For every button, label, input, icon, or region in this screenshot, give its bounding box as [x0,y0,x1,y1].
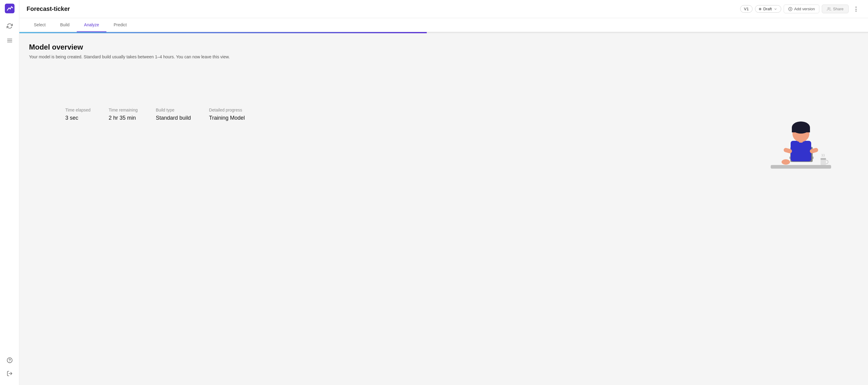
time-elapsed-value: 3 sec [65,115,91,121]
tab-build[interactable]: Build [53,18,77,32]
svg-rect-20 [792,128,810,132]
exit-icon[interactable] [5,369,14,378]
model-overview-title: Model overview [29,43,858,52]
stat-build-type: Build type Standard build [156,107,191,121]
time-elapsed-label: Time elapsed [65,107,91,113]
tab-predict[interactable]: Predict [106,18,134,32]
share-button[interactable]: Share [822,4,849,13]
svg-point-10 [828,7,829,9]
help-icon[interactable] [5,356,14,364]
detailed-progress-value: Training Model [209,115,245,121]
stats-row: Time elapsed 3 sec Time remaining 2 hr 3… [29,107,858,121]
tab-analyze[interactable]: Analyze [77,18,106,32]
model-overview-subtitle: Your model is being created. Standard bu… [29,54,858,59]
page-title: Forecast-ticker [27,5,70,12]
main-content: Forecast-ticker V1 Draft Add version [19,0,868,385]
illustration [768,114,834,176]
header-actions: V1 Draft Add version [740,4,861,14]
sidebar [0,0,19,385]
svg-point-25 [781,159,790,165]
refresh-icon[interactable] [5,22,14,30]
stat-time-remaining: Time remaining 2 hr 35 min [109,107,138,121]
chevron-down-icon [774,7,777,11]
content-area: Model overview Your model is being creat… [19,33,868,385]
menu-icon[interactable] [5,36,14,45]
tab-select[interactable]: Select [27,18,53,32]
draft-label: Draft [763,7,772,11]
time-remaining-label: Time remaining [109,107,138,113]
plus-circle-icon [788,7,793,11]
add-version-button[interactable]: Add version [784,4,819,13]
share-icon [827,7,831,11]
content-wrapper: Model overview Your model is being creat… [29,43,858,194]
more-options-button[interactable]: ⋮ [851,4,861,14]
svg-rect-11 [771,165,831,169]
app-logo[interactable] [5,4,14,13]
tabs-bar: Select Build Analyze Predict [19,18,868,32]
svg-rect-24 [820,158,826,160]
person-illustration [768,114,834,175]
stat-detailed-progress: Detailed progress Training Model [209,107,245,121]
draft-status[interactable]: Draft [755,5,781,13]
version-button[interactable]: V1 [740,5,753,13]
header: Forecast-ticker V1 Draft Add version [19,0,868,18]
time-remaining-value: 2 hr 35 min [109,115,138,121]
stat-time-elapsed: Time elapsed 3 sec [65,107,91,121]
build-type-label: Build type [156,107,191,113]
detailed-progress-label: Detailed progress [209,107,245,113]
draft-dot [759,8,761,10]
svg-rect-16 [790,141,811,161]
build-type-value: Standard build [156,115,191,121]
sidebar-bottom [5,356,14,381]
